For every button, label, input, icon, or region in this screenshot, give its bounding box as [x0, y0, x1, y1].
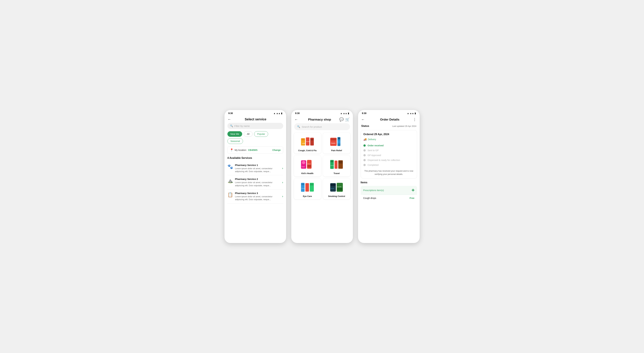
service-icon-1: 🐾 — [228, 164, 233, 169]
search-input-2[interactable]: Search for product — [302, 125, 322, 128]
timeline-label-1: Order received — [368, 144, 384, 147]
svg-text:NiQuitin: NiQuitin — [331, 188, 334, 189]
status-row: Status Last updated 29 Apr 2024 — [358, 123, 420, 130]
search-icon-1: 🔍 — [230, 124, 233, 127]
category-label-2: Pain Relief — [331, 149, 342, 152]
items-section: Items Prescriptions item(s) ✚ Cough drop… — [358, 181, 420, 201]
category-travel[interactable]: NiQuitin Travel — [323, 156, 350, 177]
service-name-3: Pharmacy Service 3 — [235, 192, 280, 194]
back-button[interactable]: ← — [228, 118, 231, 121]
category-label-1: Cough, Cold & Flu — [298, 149, 316, 152]
back-button-2[interactable]: ← — [294, 118, 298, 121]
signal-icon: ▲▲ — [276, 112, 280, 115]
svg-rect-30 — [310, 183, 314, 185]
svg-rect-18 — [307, 165, 311, 167]
order-note: The pharmacy has received your request a… — [364, 169, 414, 176]
service-desc-3: Lorem ipsum dolor sit amet, consectetur … — [235, 195, 280, 201]
shop-search[interactable]: 🔍 Search for product — [294, 123, 350, 130]
chevron-icon-1: › — [282, 167, 283, 170]
svg-rect-12 — [338, 140, 340, 144]
battery-icon-3: ▮ — [415, 112, 416, 115]
phone-order-details: 9:30 ▲ ▲▲ ▮ ← Order Details ⋮ Status Las… — [358, 110, 420, 243]
status-icons-2: ▲ ▲▲ ▮ — [340, 112, 349, 115]
timeline-item-2: Sent to GP — [364, 148, 414, 153]
phone3-header: ← Order Details ⋮ — [358, 115, 420, 123]
category-cough-cold-flu[interactable]: LOCKETS Nurofen Cough, Cold & Flu — [294, 133, 321, 154]
service-item-3[interactable]: 📋 Pharmacy Service 3 Lorem ipsum dolor s… — [228, 189, 283, 203]
location-row: 📍 My location: CB40WS Change — [228, 147, 283, 154]
status-icons-3: ▲ ▲▲ ▮ — [407, 112, 416, 115]
filter-chips: Near Me All Popular Seasonal — [224, 131, 286, 147]
timeline-dot-4 — [364, 159, 366, 161]
item-add-icon[interactable]: ✚ — [412, 188, 414, 192]
back-button-3[interactable]: ← — [361, 118, 365, 121]
phone-pharmacy-shop: 9:30 ▲ ▲▲ ▮ ← Pharmacy shop 💬 🛒 🔍 Search… — [291, 110, 353, 243]
search-input-1[interactable]: Filter by name — [234, 125, 250, 127]
svg-text:Panadol: Panadol — [331, 143, 335, 144]
status-label: Status — [361, 125, 369, 128]
status-bar-2: 9:30 ▲ ▲▲ ▮ — [291, 110, 353, 115]
category-image-5: Viztears — [296, 181, 320, 194]
battery-icon: ▮ — [281, 112, 282, 115]
wifi-icon: ▲ — [274, 112, 276, 115]
svg-text:Nurofen: Nurofen — [306, 141, 310, 142]
time-3: 9:30 — [362, 112, 366, 115]
item-row-prescription[interactable]: Prescriptions item(s) ✚ — [361, 186, 417, 195]
category-pain-relief[interactable]: Panadol Pain Relief — [323, 133, 350, 154]
page-title-2: Pharmacy shop — [301, 118, 338, 121]
service-info-1: Pharmacy Service 1 Lorem ipsum dolor sit… — [235, 164, 280, 173]
item-price-cough: Free — [410, 197, 414, 199]
phone1-header: ← Select service — [224, 115, 286, 123]
change-location-button[interactable]: Change — [272, 149, 280, 151]
order-date: Ordered 29 Apr, 2024 — [364, 133, 414, 136]
chevron-icon-3: › — [282, 195, 283, 198]
last-updated: Last updated 29 Apr 2024 — [392, 125, 416, 127]
service-item-2[interactable]: ⛰️ Pharmacy Service 2 Lorem ipsum dolor … — [228, 175, 283, 189]
service-desc-2: Lorem ipsum dolor sit amet, consectetur … — [235, 181, 280, 187]
svg-rect-36 — [337, 188, 342, 191]
svg-rect-22 — [334, 161, 338, 169]
category-eye-care[interactable]: Viztears Eye Care — [294, 178, 321, 199]
chip-seasonal[interactable]: Seasonal — [228, 138, 243, 144]
timeline-label-2: Sent to GP — [368, 149, 379, 152]
category-label-3: Kid's Health — [301, 172, 314, 175]
chip-popular[interactable]: Popular — [254, 131, 268, 137]
phone2-header: ← Pharmacy shop 💬 🛒 — [291, 115, 353, 123]
item-name-prescription: Prescriptions item(s) — [363, 189, 384, 192]
page-title-3: Order Details — [367, 118, 413, 121]
svg-rect-6 — [310, 139, 314, 140]
item-row-cough: Cough drops Free — [361, 195, 417, 201]
service-info-2: Pharmacy Service 2 Lorem ipsum dolor sit… — [235, 178, 280, 187]
timeline-dot-5 — [364, 164, 366, 166]
location-info: 📍 My location: CB40WS — [230, 148, 258, 152]
search-bar-1[interactable]: 🔍 Filter by name — [228, 123, 283, 129]
chat-icon[interactable]: 💬 — [339, 117, 344, 122]
service-item-1[interactable]: 🐾 Pharmacy Service 1 Lorem ipsum dolor s… — [228, 161, 283, 175]
svg-text:Calpol: Calpol — [302, 166, 305, 167]
status-bar-1: 9:30 ▲ ▲▲ ▮ — [224, 110, 286, 115]
more-options-button[interactable]: ⋮ — [413, 117, 416, 122]
location-code: CB40WS — [248, 149, 258, 151]
svg-rect-1 — [302, 139, 304, 140]
status-icons-1: ▲ ▲▲ ▮ — [274, 112, 282, 115]
search-icon-2: 🔍 — [297, 125, 300, 128]
service-name-2: Pharmacy Service 2 — [235, 178, 280, 180]
chip-near-me[interactable]: Near Me — [228, 131, 242, 137]
signal-icon-2: ▲▲ — [343, 112, 347, 115]
category-kids-health[interactable]: Calpol Infacol Kid's Health — [294, 156, 321, 177]
location-pin-icon: 📍 — [230, 148, 234, 152]
category-smoking-control[interactable]: NiQuitin nicorette Smoking Control — [323, 178, 350, 199]
available-services-title: 4 Available Services — [224, 156, 286, 161]
timeline-label-4: Dispensed & ready for collection — [368, 159, 400, 161]
timeline-dot-3 — [364, 154, 366, 156]
svg-rect-11 — [338, 138, 340, 139]
battery-icon-2: ▮ — [348, 112, 349, 115]
chevron-icon-2: › — [282, 181, 283, 184]
chip-all[interactable]: All — [244, 131, 252, 137]
category-grid: LOCKETS Nurofen Cough, Cold & Flu Panado… — [291, 133, 353, 199]
category-image-4: NiQuitin — [325, 158, 349, 171]
svg-text:NiQuitin: NiQuitin — [330, 165, 334, 166]
svg-rect-5 — [310, 138, 314, 146]
cart-icon[interactable]: 🛒 — [345, 117, 350, 122]
timeline-item-1: Order received — [364, 143, 414, 148]
